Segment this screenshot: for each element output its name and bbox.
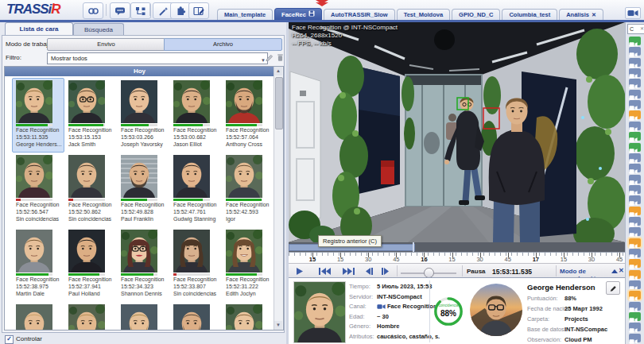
timeline-position-marker[interactable] [413,242,414,252]
monitors-checkbox[interactable]: ✓ [5,335,14,344]
camera-item[interactable] [629,122,641,130]
face-thumbnail [68,304,105,330]
mode-live-button[interactable]: Envivo [47,38,165,51]
face-event-title: Face Recognition [121,202,164,207]
scroll-up-icon[interactable]: ▲ [274,67,282,75]
camera-item[interactable] [629,312,641,321]
face-event-time: 15:52:49.828 [121,209,153,215]
play-button[interactable] [292,265,308,276]
face-list-item[interactable]: Face Recognition 15:52:34.323 Shannon De… [118,228,169,301]
face-list-item[interactable]: Face Recognition 15:53:00.682 Jason Elli… [170,79,221,152]
face-list-item[interactable]: Face Recognition 15:53:11.535 George Hen… [12,78,64,153]
face-list-item[interactable] [170,303,221,330]
face-list-item[interactable] [13,303,64,330]
face-panel-body: Modo de trabajo: Envivo Archivo Filtro: … [2,35,285,333]
toolbar-button-loop[interactable] [83,2,103,19]
camera-item[interactable] [629,175,641,184]
camera-item[interactable] [629,143,641,152]
face-list-item[interactable]: Face Recognition 15:52:37.941 Paul Holla… [65,228,116,301]
clear-filter-icon[interactable]: ✕ [640,25,644,33]
camera-item[interactable] [629,227,641,236]
face-list-item[interactable]: Face Recognition 15:52:38.975 Martin Dal… [13,228,64,301]
next-record-button[interactable] [338,265,359,276]
workspace-tab-5[interactable]: Columbia_test [502,9,557,21]
filter-edit-button[interactable] [264,52,274,63]
workspace-tab-6[interactable]: Análisis✕ [559,9,603,21]
camera-item[interactable] [629,58,641,67]
face-list-item[interactable]: Face Recognition 15:53:15.153 Jack Smith [65,79,116,152]
face-list-item[interactable]: Face Recognition 15:52:56.547 Sin coinci… [13,153,64,226]
face-list-item[interactable]: Face Recognition 15:52:42.593 Igor [223,153,274,226]
camera-item[interactable] [629,323,641,331]
confidence-bar [121,273,157,276]
camera-item[interactable] [629,270,641,279]
camera-item[interactable] [629,259,641,268]
camera-item[interactable] [629,238,641,247]
camera-item[interactable] [629,153,641,162]
video-canvas[interactable]: Face Recognition @ INT-NSCompact H264, 2… [289,22,625,242]
face-event-name: Jason Elliot [173,141,202,147]
close-playback-icon[interactable]: ✕ [619,267,624,274]
camera-item[interactable] [629,249,641,257]
face-list-item[interactable]: Face Recognition 15:52:33.807 Sin coinci… [170,228,221,301]
camera-item[interactable] [629,302,641,311]
face-event-time: 15:52:34.323 [121,284,153,289]
toolbar-button-tree[interactable] [130,2,151,19]
camera-item[interactable] [629,195,641,204]
filter-combobox[interactable]: Mostrar todos ▼ [47,52,268,64]
face-thumbnail [121,304,157,330]
camera-item[interactable] [629,280,641,289]
workspace-tab-2[interactable]: AutoTRASSIR_Slow [324,9,395,21]
tab-search[interactable]: Búsqueda [73,23,124,36]
face-list-item[interactable]: Face Recognition 15:52:49.828 Paul Frank… [118,153,169,226]
camera-item[interactable] [629,334,641,342]
camera-item[interactable] [629,164,641,172]
face-event-title: Face Recognition [226,127,269,133]
camera-item[interactable] [629,47,641,56]
face-list-item[interactable]: Face Recognition 15:52:57.064 Anthony Cr… [223,79,274,152]
face-event-time: 15:52:38.975 [16,284,48,289]
face-list-scrollbar[interactable]: ▲ ▼ [274,67,283,330]
camera-item[interactable] [629,100,641,109]
workspace-tab-0[interactable]: Main_template [217,9,273,21]
camera-item[interactable] [629,185,641,194]
tab-face-list[interactable]: Lista de cara [5,22,73,36]
filter-delete-button[interactable] [275,52,285,63]
scroll-down-icon[interactable]: ▼ [274,321,282,330]
face-list-item[interactable] [223,303,274,330]
camera-item[interactable] [629,79,641,87]
edit-person-button[interactable] [606,281,620,295]
camera-toolbar-button[interactable] [625,7,641,19]
toolbar-button-layout[interactable] [188,2,209,19]
camera-item[interactable] [629,37,641,45]
face-list-item[interactable] [118,303,169,330]
face-list-item[interactable]: Face Recognition 15:52:31.222 Edith Jocl… [223,228,274,301]
tooltip-registro-anterior: Registro anterior (C) [318,235,382,247]
collapse-controls-icon[interactable] [611,269,618,273]
mode-archive-button[interactable]: Archivo [164,38,282,51]
face-list-item[interactable] [65,303,116,330]
workspace-tab-4[interactable]: GPIO_ND_C [452,9,500,21]
camera-item[interactable] [629,110,641,119]
face-list-item[interactable]: Face Recognition 15:52:50.862 Sin coinci… [65,153,116,226]
workspace-tab-1[interactable]: FaceRec [274,8,322,21]
scrollbar-thumb[interactable] [275,77,283,129]
alert-chevron-icon[interactable] [316,0,328,6]
camera-item[interactable] [629,291,641,300]
toolbar-button-chat[interactable] [110,2,130,19]
camera-item[interactable] [629,207,641,215]
workspace-tab-3[interactable]: Test_Moldova [397,9,450,21]
camera-item[interactable] [629,68,641,77]
camera-item[interactable] [629,90,641,99]
prev-record-button[interactable] [314,265,335,276]
close-tab-icon[interactable]: ✕ [592,10,596,21]
step-back-button[interactable] [362,265,376,276]
face-list-item[interactable]: Face Recognition 15:52:47.761 Gudwig Sta… [170,153,221,226]
workspace-tabs: Main_templateFaceRecAutoTRASSIR_SlowTest… [217,8,603,21]
camera-item[interactable] [629,132,641,141]
timeline-ruler[interactable]: 151530451615304517153045 [289,252,625,264]
step-forward-button[interactable] [378,265,393,276]
camera-filter-input[interactable]: C ✕ [627,24,644,34]
face-list-item[interactable]: Face Recognition 15:53:03.266 Joseph Yav… [118,79,169,152]
camera-item[interactable] [629,217,641,226]
